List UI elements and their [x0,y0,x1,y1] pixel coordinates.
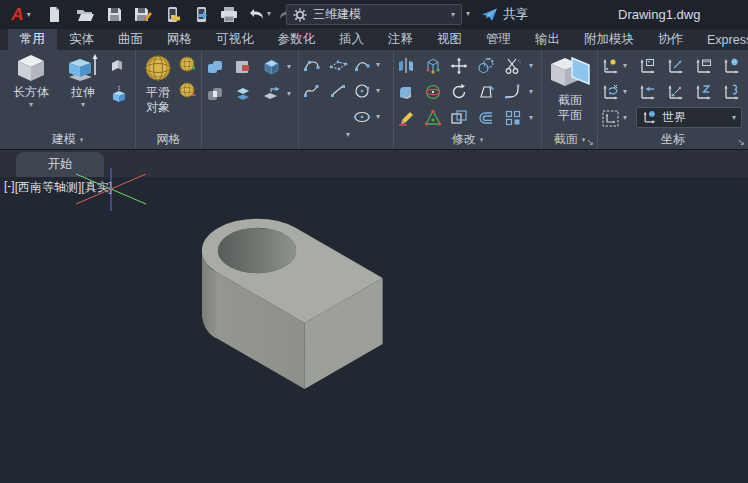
subtract-button[interactable] [232,56,254,78]
copy-button[interactable] [475,55,497,77]
box-button[interactable]: 长方体 [4,53,58,109]
panel-label-coordinates[interactable]: 坐标 [598,131,748,147]
rotate-3d-button[interactable] [422,81,444,103]
ucs-icon-dropdown[interactable] [620,55,630,77]
ribbon-tab-solid[interactable]: 实体 [57,29,106,50]
viewport-menu-control[interactable]: [-] [4,179,15,196]
draw-panel-expander[interactable] [343,126,353,144]
ucs-named-button[interactable] [636,55,658,77]
save-button[interactable] [102,3,126,25]
ucs-z-axis-button[interactable] [692,81,714,103]
align-button[interactable] [475,81,497,103]
solid-row1-dropdown[interactable] [284,56,294,78]
panel-label-mesh[interactable]: 网格 [136,131,201,147]
panel-label-modify[interactable]: 修改 [394,131,541,147]
ribbon-tab-view[interactable]: 视图 [425,29,474,50]
new-file-button[interactable] [42,3,66,25]
array-3d-icon [424,109,442,127]
rotate-button[interactable] [448,81,470,103]
fillet-edge-button[interactable] [395,81,417,103]
trim-button[interactable] [502,55,524,77]
surface-patch-button[interactable] [327,54,349,76]
ribbon-tab-surface[interactable]: 曲面 [106,29,155,50]
circle-button[interactable] [351,80,373,102]
trim-dropdown[interactable] [526,55,536,77]
qat-customize-button[interactable] [461,3,475,25]
ucs-origin-button[interactable] [664,81,686,103]
ribbon-tab-home[interactable]: 常用 [8,29,57,50]
ucs-rotate-x-button[interactable] [599,81,621,103]
circle-dropdown[interactable] [373,80,383,102]
ribbon-tab-express[interactable]: Express Tools [695,29,748,50]
decrease-smoothness-button[interactable] [178,80,200,102]
offset-button[interactable] [475,107,497,129]
ribbon-tab-addins[interactable]: 附加模块 [572,29,646,50]
save-as-button[interactable] [131,3,155,25]
stretch-button[interactable] [448,107,470,129]
spline-button[interactable] [301,80,323,102]
ucs-view-button[interactable] [692,55,714,77]
thicken-button[interactable] [260,83,282,105]
ribbon-tab-insert[interactable]: 插入 [327,29,376,50]
presspull-button[interactable] [108,83,130,105]
panel-modeling: 长方体 拉伸 [0,50,136,149]
panel-section: 截面平面 截面 [542,50,598,149]
arc-button[interactable] [351,54,373,76]
ucs-icon-properties-button[interactable] [599,107,621,129]
fillet-button[interactable] [502,81,524,103]
polysolid-button[interactable] [108,55,130,77]
interfere-button[interactable] [260,56,282,78]
save-to-mobile-button[interactable] [189,3,213,25]
ellipse-dropdown[interactable] [373,106,383,128]
visual-style-control[interactable]: [真实] [81,179,112,196]
solid-row2-dropdown[interactable] [284,83,294,105]
increase-smoothness-button[interactable] [178,54,200,76]
ucs-combo[interactable]: 世界 [636,107,742,128]
ucs-show-icon-button[interactable] [599,55,621,77]
union-button[interactable] [204,56,226,78]
ribbon-tab-mesh[interactable]: 网格 [155,29,204,50]
erase-button[interactable] [395,107,417,129]
doc-tab-start[interactable]: 开始 [16,152,104,177]
drawing-viewport[interactable]: [-] [西南等轴测] [真实] [0,177,748,483]
polyline-button[interactable] [301,54,323,76]
ribbon-tab-manage[interactable]: 管理 [474,29,523,50]
ribbon-tab-annotate[interactable]: 注释 [376,29,425,50]
ellipse-button[interactable] [351,106,373,128]
arc-dropdown[interactable] [373,54,383,76]
ribbon-tab-visualize[interactable]: 可视化 [204,29,266,50]
open-from-mobile-button[interactable] [160,3,184,25]
ucs-world-button[interactable] [720,55,742,77]
array-button[interactable] [502,107,524,129]
ucs-object-button[interactable] [664,55,686,77]
move-button[interactable] [448,55,470,77]
section-dialog-launcher[interactable] [586,137,594,147]
open-button[interactable] [73,3,97,25]
slice-button[interactable] [232,83,254,105]
ucs-properties-dropdown[interactable] [620,107,630,129]
workspace-selector[interactable]: 三维建模 [286,4,462,25]
array-3d-button[interactable] [422,107,444,129]
coordinates-dialog-launcher[interactable] [737,137,745,147]
ucs-combo-globe-icon [642,110,657,125]
line-button[interactable] [327,80,349,102]
plot-button[interactable] [217,3,241,25]
fillet-dropdown[interactable] [526,81,536,103]
align-3d-button[interactable] [422,55,444,77]
mirror-3d-button[interactable] [395,55,417,77]
ribbon-tab-collab[interactable]: 协作 [646,29,695,50]
extrude-button[interactable]: 拉伸 [60,53,106,109]
ucs-rotate-dropdown[interactable] [620,81,630,103]
section-plane-button[interactable]: 截面平面 [545,54,595,123]
array-dropdown[interactable] [526,107,536,129]
panel-label-modeling[interactable]: 建模 [0,131,135,147]
ucs-previous-button[interactable] [636,81,658,103]
intersect-button[interactable] [204,83,226,105]
share-button[interactable]: 共享 [482,4,528,25]
smooth-object-button[interactable]: 平滑对象 [137,54,179,115]
view-control[interactable]: [西南等轴测] [15,179,82,196]
ribbon-tab-output[interactable]: 输出 [523,29,572,50]
ribbon-tab-parametric[interactable]: 参数化 [266,29,328,50]
app-menu-button[interactable]: A [2,2,40,27]
ucs-3point-button[interactable] [720,81,742,103]
